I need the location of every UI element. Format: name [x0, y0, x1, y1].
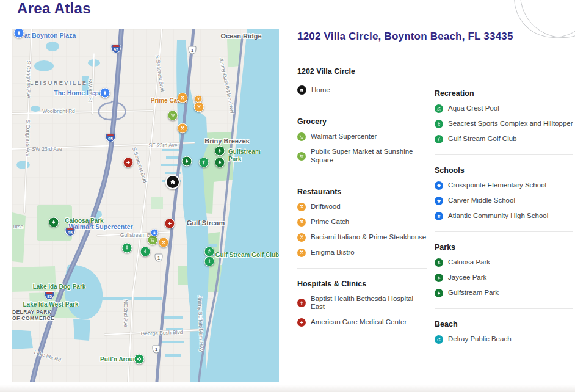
park-marker[interactable] [182, 156, 192, 167]
list-item[interactable]: Jaycee Park [435, 274, 573, 282]
cart-icon [170, 113, 176, 118]
recreation-marker[interactable] [199, 158, 209, 168]
list-item[interactable]: Atlantic Community High School [435, 212, 573, 220]
list-item[interactable]: Crosspointe Elementary School [435, 181, 573, 190]
list-item[interactable]: Gulf Stream Golf Club [435, 135, 573, 143]
medical-cross-icon [167, 221, 173, 227]
shopping-bag-icon [153, 231, 157, 235]
tree-icon [184, 159, 190, 164]
person-icon [143, 249, 148, 255]
recreation-marker[interactable] [204, 256, 215, 267]
divider [435, 154, 573, 155]
shopping-bag-icon [103, 90, 108, 96]
section-header-schools: Schools [435, 166, 573, 175]
person-icon [207, 259, 212, 264]
graduation-cap-icon [435, 212, 443, 220]
page-title: Area Atlas [17, 0, 91, 17]
area-atlas-page: Area Atlas [0, 0, 575, 392]
list-item[interactable]: Carver Middle School [435, 197, 573, 205]
home-icon [169, 178, 176, 186]
list-item[interactable]: Baciami Italiano & Prime Steakhouse [297, 233, 427, 242]
medical-cross-icon [297, 299, 306, 307]
park-marker[interactable] [49, 217, 59, 228]
list-item[interactable]: Gulfstream Park [435, 289, 573, 297]
utensils-icon [197, 97, 201, 101]
home-icon [297, 85, 306, 95]
area-map[interactable]: at Boynton Plaza The Home Depot LEISUREV… [12, 29, 279, 382]
hospital-marker[interactable] [123, 158, 134, 168]
divider [435, 308, 573, 309]
utensils-icon [161, 240, 167, 245]
grocery-marker[interactable] [168, 111, 178, 121]
details-panel: 1202 Villa Circle, Boynton Beach, FL 334… [297, 31, 573, 43]
medical-cross-icon [297, 318, 306, 327]
golfer-icon [201, 160, 207, 165]
section-header-hospitals: Hospitals & Clinics [297, 280, 427, 288]
section-header-parks: Parks [435, 243, 573, 252]
golfer-icon [435, 135, 443, 143]
list-item[interactable]: American Care Medical Center [297, 318, 427, 327]
list-item[interactable]: Seacrest Sports Complex and Hilltopper [435, 120, 573, 128]
panel-right-column: Recreation Aqua Crest Pool Seacrest Spor… [435, 89, 573, 344]
utensils-icon [297, 218, 306, 227]
section-header-recreation: Recreation [435, 89, 573, 98]
list-item[interactable]: Caloosa Park [435, 258, 573, 267]
address-title: 1202 Villa Circle, Boynton Beach, FL 334… [297, 31, 573, 43]
list-item[interactable]: Publix Super Market at Sunshine Square [297, 148, 427, 165]
list-item[interactable]: Walmart Supercenter [297, 132, 427, 141]
bottom-fade [0, 385, 575, 392]
cart-icon [150, 238, 156, 243]
home-address-heading: 1202 Villa Circle [297, 67, 427, 76]
shopping-bag-icon [16, 31, 22, 36]
list-item[interactable]: Enigma Bistro [297, 249, 427, 257]
tree-icon [435, 258, 443, 267]
tree-icon [217, 160, 223, 165]
divider [435, 231, 573, 232]
recreation-marker[interactable] [204, 247, 215, 257]
store-poi-marker[interactable] [100, 88, 110, 98]
person-icon [435, 120, 443, 128]
list-item-home[interactable]: Home [297, 85, 427, 95]
utensils-icon [180, 126, 186, 131]
graduation-cap-icon [435, 197, 443, 205]
golfer-icon [207, 249, 212, 255]
restaurant-marker[interactable] [194, 102, 204, 112]
divider [297, 176, 427, 176]
list-item[interactable]: Delray Public Beach [435, 335, 573, 344]
section-header-restaurants: Restaurants [297, 187, 427, 196]
restaurant-marker[interactable] [159, 238, 169, 248]
park-marker[interactable] [215, 146, 225, 156]
swimmer-icon [435, 104, 443, 113]
list-item[interactable]: Driftwood [297, 203, 427, 211]
recreation-marker[interactable] [140, 247, 151, 257]
home-marker[interactable] [165, 175, 180, 189]
list-item[interactable]: Aqua Crest Pool [435, 104, 573, 113]
store-poi-marker[interactable] [151, 229, 159, 237]
cart-icon [297, 132, 306, 141]
list-item[interactable]: Prime Catch [297, 218, 427, 227]
utensils-icon [180, 95, 186, 101]
map-terrain [12, 29, 279, 382]
tree-icon [435, 274, 443, 282]
divider [297, 106, 427, 106]
restaurant-marker[interactable] [178, 93, 188, 103]
park-marker[interactable] [215, 158, 225, 168]
utensils-icon [297, 249, 306, 257]
swimmer-icon [435, 335, 443, 344]
list-item[interactable]: Baptist Health Bethesda Hospital East [297, 295, 427, 312]
recreation-marker[interactable] [122, 243, 132, 253]
mini-golf-marker[interactable] [134, 354, 145, 365]
medical-cross-icon [126, 160, 131, 165]
restaurant-marker[interactable] [178, 123, 188, 134]
tree-icon [51, 220, 57, 225]
section-header-beach: Beach [435, 320, 573, 328]
tree-icon [435, 289, 443, 297]
panel-left-column: 1202 Villa Circle Home Grocery Walmart S… [297, 67, 427, 327]
hospital-marker[interactable] [165, 219, 175, 229]
flower-icon [137, 357, 142, 362]
person-icon [125, 245, 130, 251]
divider [297, 268, 427, 269]
utensils-icon [297, 233, 306, 242]
cart-icon [297, 152, 306, 161]
graduation-cap-icon [435, 181, 443, 190]
